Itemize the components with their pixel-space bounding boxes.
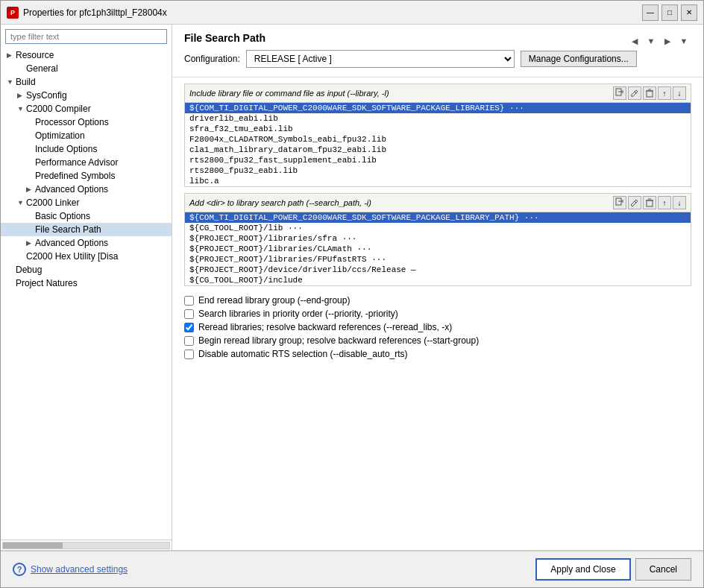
lib2-item-5[interactable]: ${PROJECT_ROOT}/device/driverlib/ccs/Rel… xyxy=(185,265,691,275)
checkbox-disable-rts-input[interactable] xyxy=(184,350,194,359)
tree-label-build: Build xyxy=(16,77,36,87)
lib2-delete-button[interactable] xyxy=(643,196,656,209)
lib1-delete-button[interactable] xyxy=(643,86,656,100)
apply-close-button[interactable]: Apply and Close xyxy=(535,558,630,581)
tree-item-processoroptions[interactable]: Processor Options xyxy=(1,116,172,129)
scroll-track xyxy=(2,542,170,549)
lib1-item-2[interactable]: sfra_f32_tmu_eabi.lib xyxy=(185,124,691,134)
lib2-item-4[interactable]: ${PROJECT_ROOT}/libraries/FPUfastRTS ··· xyxy=(185,254,691,265)
tree-label-c2000hexutility: C2000 Hex Utility [Disa xyxy=(26,251,118,262)
bottom-left: ? Show advanced settings xyxy=(13,563,128,576)
svg-rect-11 xyxy=(647,200,653,206)
lib2-move-down-button[interactable]: ↓ xyxy=(673,196,686,209)
tree-item-debug[interactable]: Debug xyxy=(1,263,172,276)
checkbox-end-reread-input[interactable] xyxy=(184,296,194,306)
maximize-button[interactable]: □ xyxy=(661,4,678,21)
lib1-item-5[interactable]: rts2800_fpu32_fast_supplement_eabi.lib xyxy=(185,155,691,165)
tree-item-build[interactable]: ▼ Build xyxy=(1,75,172,89)
tree-item-performanceadvisor[interactable]: Performance Advisor xyxy=(1,156,172,169)
lib2-item-6[interactable]: ${CG_TOOL_ROOT}/include xyxy=(185,275,691,285)
library-include-header: Include library file or command file as … xyxy=(185,84,691,103)
close-button[interactable]: ✕ xyxy=(681,4,697,21)
filter-input[interactable] xyxy=(5,29,167,44)
lib1-item-1[interactable]: driverlib_eabi.lib xyxy=(185,113,691,124)
tree-label-debug: Debug xyxy=(16,265,42,275)
checkbox-search-priority-input[interactable] xyxy=(184,309,194,319)
checkbox-reread-libs-input[interactable] xyxy=(184,323,194,332)
lib1-edit-button[interactable] xyxy=(628,86,641,100)
tree-item-includeoptions[interactable]: Include Options xyxy=(1,142,172,156)
tree-item-sysconfig[interactable]: ▶ SysConfig xyxy=(1,89,172,102)
content-area: ▶ Resource General ▼ Build ▶ xyxy=(1,25,703,550)
arrow-advancedoptions-compiler: ▶ xyxy=(26,186,34,193)
lib2-item-3[interactable]: ${PROJECT_ROOT}/libraries/CLAmath ··· xyxy=(185,244,691,254)
checkbox-disable-rts[interactable]: Disable automatic RTS selection (--disab… xyxy=(184,349,691,359)
tree-item-c2000linker[interactable]: ▼ C2000 Linker xyxy=(1,196,172,209)
tree-item-projectnatures[interactable]: Project Natures xyxy=(1,276,172,290)
lib2-edit-button[interactable] xyxy=(628,196,641,209)
nav-back-dropdown-button[interactable]: ▼ xyxy=(644,34,659,48)
bottom-right: Apply and Close Cancel xyxy=(535,558,691,581)
horizontal-scrollbar[interactable] xyxy=(1,540,172,550)
help-icon[interactable]: ? xyxy=(13,563,26,576)
library-searchpath-title: Add <dir> to library search path (--sear… xyxy=(189,198,371,207)
cancel-button[interactable]: Cancel xyxy=(635,558,691,581)
lib1-item-0[interactable]: ${COM_TI_DIGITAL_POWER_C2000WARE_SDK_SOF… xyxy=(185,103,691,113)
lib1-add-file-button[interactable] xyxy=(613,86,626,100)
lib1-item-4[interactable]: cla1_math_library_datarom_fpu32_eabi.lib xyxy=(185,145,691,155)
tree-item-predefinedsymbols[interactable]: Predefined Symbols xyxy=(1,169,172,183)
tree-item-filesearchpath[interactable]: File Search Path xyxy=(1,223,172,236)
tree-item-c2000compiler[interactable]: ▼ C2000 Compiler xyxy=(1,102,172,116)
arrow-resource: ▶ xyxy=(7,51,14,59)
lib1-item-6[interactable]: rts2800_fpu32_eabi.lib xyxy=(185,165,691,176)
arrow-c2000compiler: ▼ xyxy=(17,105,25,113)
tree-label-sysconfig: SysConfig xyxy=(26,90,67,101)
nav-back-button[interactable]: ◀ xyxy=(627,34,642,48)
lib2-item-0[interactable]: ${COM_TI_DIGITAL_POWER_C2000WARE_SDK_SOF… xyxy=(185,212,691,223)
tree-label-advancedoptions-linker: Advanced Options xyxy=(35,238,108,248)
checkbox-reread-libs[interactable]: Reread libraries; resolve backward refer… xyxy=(184,322,691,332)
nav-forward-button[interactable]: ▶ xyxy=(660,34,675,48)
lib1-item-7[interactable]: libc.a xyxy=(185,176,691,186)
show-advanced-settings-link[interactable]: Show advanced settings xyxy=(31,564,128,575)
config-row: Configuration: RELEASE [ Active ] Manage… xyxy=(184,50,691,68)
title-bar: P Properties for pfc1ph3ilttpl_F28004x —… xyxy=(1,1,703,25)
library-include-section: Include library file or command file as … xyxy=(184,83,691,187)
checkbox-disable-rts-label: Disable automatic RTS selection (--disab… xyxy=(198,349,408,359)
checkbox-begin-reread-input[interactable] xyxy=(184,336,194,346)
tree-label-filesearchpath: File Search Path xyxy=(35,224,101,235)
tree-item-advancedoptions-compiler[interactable]: ▶ Advanced Options xyxy=(1,183,172,196)
arrow-build: ▼ xyxy=(7,78,14,86)
tree-item-basicoptions[interactable]: Basic Options xyxy=(1,209,172,223)
lib2-item-2[interactable]: ${PROJECT_ROOT}/libraries/sfra ··· xyxy=(185,233,691,244)
tree-item-advancedoptions-linker[interactable]: ▶ Advanced Options xyxy=(1,236,172,250)
checkboxes-section: End reread library group (--end-group) S… xyxy=(184,295,691,359)
lib1-move-down-button[interactable]: ↓ xyxy=(673,86,686,100)
lib2-item-1[interactable]: ${CG_TOOL_ROOT}/lib ··· xyxy=(185,223,691,233)
lib1-item-3[interactable]: F28004x_CLADATROM_Symbols_eabi_fpu32.lib xyxy=(185,134,691,145)
lib2-move-up-button[interactable]: ↑ xyxy=(658,196,671,209)
scroll-thumb xyxy=(3,543,63,549)
tree-item-general[interactable]: General xyxy=(1,62,172,75)
properties-dialog: P Properties for pfc1ph3ilttpl_F28004x —… xyxy=(0,0,704,588)
lib2-add-file-button[interactable] xyxy=(613,196,626,209)
app-icon: P xyxy=(7,7,19,19)
manage-configurations-button[interactable]: Manage Configurations... xyxy=(521,51,637,67)
checkbox-search-priority[interactable]: Search libraries in priority order (--pr… xyxy=(184,309,691,319)
tree-item-resource[interactable]: ▶ Resource xyxy=(1,48,172,62)
checkbox-end-reread[interactable]: End reread library group (--end-group) xyxy=(184,295,691,306)
library-include-actions: ↑ ↓ xyxy=(613,86,686,100)
checkbox-search-priority-label: Search libraries in priority order (--pr… xyxy=(198,309,398,319)
tree-item-c2000hexutility[interactable]: C2000 Hex Utility [Disa xyxy=(1,250,172,263)
lib1-move-up-button[interactable]: ↑ xyxy=(658,86,671,100)
minimize-button[interactable]: — xyxy=(642,4,659,21)
tree-area: ▶ Resource General ▼ Build ▶ xyxy=(1,48,172,540)
svg-rect-4 xyxy=(647,91,653,97)
checkbox-begin-reread[interactable]: Begin reread library group; resolve back… xyxy=(184,335,691,346)
tree-label-c2000linker: C2000 Linker xyxy=(26,197,79,208)
tree-item-optimization[interactable]: Optimization xyxy=(1,129,172,142)
right-header: File Search Path ◀ ▼ ▶ ▼ Configuration: … xyxy=(172,25,703,78)
nav-forward-dropdown-button[interactable]: ▼ xyxy=(676,34,691,48)
bottom-bar: ? Show advanced settings Apply and Close… xyxy=(1,550,703,587)
configuration-select[interactable]: RELEASE [ Active ] xyxy=(246,50,515,68)
